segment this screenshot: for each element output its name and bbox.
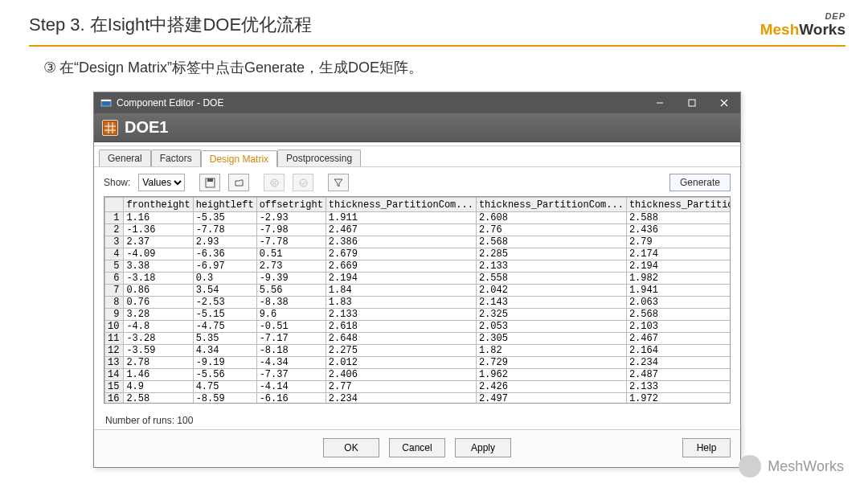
row-header[interactable]: 4 bbox=[105, 248, 124, 260]
table-cell[interactable]: -2.93 bbox=[256, 212, 326, 224]
column-header[interactable]: heightleft bbox=[193, 198, 256, 212]
table-cell[interactable]: -0.51 bbox=[256, 321, 326, 333]
row-header[interactable]: 2 bbox=[105, 224, 124, 236]
tab-postprocessing[interactable]: Postprocessing bbox=[277, 150, 361, 166]
table-cell[interactable]: 2.37 bbox=[124, 236, 193, 248]
table-cell[interactable]: 2.73 bbox=[256, 260, 326, 273]
table-cell[interactable]: 4.75 bbox=[193, 381, 256, 393]
table-cell[interactable]: 2.558 bbox=[476, 273, 626, 285]
open-icon[interactable] bbox=[228, 174, 249, 191]
table-cell[interactable]: -6.16 bbox=[256, 393, 326, 404]
table-cell[interactable]: 2.406 bbox=[326, 369, 476, 381]
table-cell[interactable]: 5.56 bbox=[256, 285, 326, 297]
table-row[interactable]: 70.863.545.561.842.0421.941 bbox=[105, 285, 731, 297]
row-header[interactable]: 12 bbox=[105, 345, 124, 357]
table-row[interactable]: 53.38-6.972.732.6692.1332.194 bbox=[105, 260, 731, 273]
table-cell[interactable]: -9.19 bbox=[193, 357, 256, 369]
table-cell[interactable]: 2.467 bbox=[326, 224, 476, 236]
table-cell[interactable]: -3.28 bbox=[124, 333, 193, 345]
row-header[interactable]: 1 bbox=[105, 212, 124, 224]
table-cell[interactable]: 2.325 bbox=[476, 309, 626, 321]
column-header[interactable]: thickness_PartitionCom... bbox=[476, 198, 626, 212]
table-cell[interactable]: 2.194 bbox=[626, 260, 731, 273]
table-cell[interactable]: -1.36 bbox=[124, 224, 193, 236]
table-cell[interactable]: -3.59 bbox=[124, 345, 193, 357]
table-cell[interactable]: 2.436 bbox=[626, 224, 731, 236]
table-cell[interactable]: -8.59 bbox=[193, 393, 256, 404]
table-cell[interactable]: 1.83 bbox=[326, 297, 476, 309]
table-cell[interactable]: 1.972 bbox=[626, 393, 731, 404]
table-cell[interactable]: 1.82 bbox=[476, 345, 626, 357]
table-cell[interactable]: -4.75 bbox=[193, 321, 256, 333]
row-header[interactable]: 3 bbox=[105, 236, 124, 248]
table-row[interactable]: 32.372.93-7.782.3862.5682.79 bbox=[105, 236, 731, 248]
table-row[interactable]: 141.46-5.56-7.372.4061.9622.487 bbox=[105, 369, 731, 381]
table-cell[interactable]: 2.79 bbox=[626, 236, 731, 248]
table-cell[interactable]: 2.669 bbox=[326, 260, 476, 273]
table-cell[interactable]: 3.38 bbox=[124, 260, 193, 273]
column-header[interactable]: thickness_PartitionCom... bbox=[626, 198, 731, 212]
table-cell[interactable]: 2.133 bbox=[326, 309, 476, 321]
table-cell[interactable]: -4.09 bbox=[124, 248, 193, 260]
filter-icon[interactable] bbox=[328, 174, 349, 191]
table-cell[interactable]: -7.98 bbox=[256, 224, 326, 236]
table-cell[interactable]: 2.275 bbox=[326, 345, 476, 357]
table-cell[interactable]: 0.76 bbox=[124, 297, 193, 309]
table-cell[interactable]: 0.86 bbox=[124, 285, 193, 297]
table-cell[interactable]: 1.941 bbox=[626, 285, 731, 297]
row-header[interactable]: 16 bbox=[105, 393, 124, 404]
minimize-button[interactable] bbox=[644, 92, 676, 113]
table-cell[interactable]: -4.14 bbox=[256, 381, 326, 393]
table-cell[interactable]: -5.35 bbox=[193, 212, 256, 224]
table-cell[interactable]: 2.76 bbox=[476, 224, 626, 236]
table-cell[interactable]: 0.3 bbox=[193, 273, 256, 285]
table-cell[interactable]: -4.8 bbox=[124, 321, 193, 333]
table-cell[interactable]: 2.053 bbox=[476, 321, 626, 333]
table-cell[interactable]: 1.911 bbox=[326, 212, 476, 224]
row-header[interactable]: 5 bbox=[105, 260, 124, 273]
save-icon[interactable] bbox=[199, 174, 220, 191]
table-cell[interactable]: 2.234 bbox=[626, 357, 731, 369]
row-header[interactable]: 10 bbox=[105, 321, 124, 333]
table-cell[interactable]: 2.063 bbox=[626, 297, 731, 309]
table-cell[interactable]: 2.305 bbox=[476, 333, 626, 345]
table-cell[interactable]: 2.133 bbox=[626, 381, 731, 393]
table-cell[interactable]: 2.467 bbox=[626, 333, 731, 345]
table-cell[interactable]: 2.133 bbox=[476, 260, 626, 273]
table-cell[interactable]: 2.78 bbox=[124, 357, 193, 369]
table-cell[interactable]: -7.37 bbox=[256, 369, 326, 381]
table-cell[interactable]: -7.78 bbox=[193, 224, 256, 236]
table-cell[interactable]: 2.426 bbox=[476, 381, 626, 393]
table-cell[interactable]: 2.042 bbox=[476, 285, 626, 297]
tab-general[interactable]: General bbox=[99, 150, 151, 166]
table-cell[interactable]: 2.103 bbox=[626, 321, 731, 333]
tab-factors[interactable]: Factors bbox=[151, 150, 201, 166]
table-cell[interactable]: 1.962 bbox=[476, 369, 626, 381]
table-cell[interactable]: -3.18 bbox=[124, 273, 193, 285]
design-matrix-table[interactable]: frontheightheightleftoffsetrightthicknes… bbox=[104, 196, 731, 404]
table-cell[interactable]: -6.36 bbox=[193, 248, 256, 260]
row-header[interactable]: 15 bbox=[105, 381, 124, 393]
table-row[interactable]: 154.94.75-4.142.772.4262.133 bbox=[105, 381, 731, 393]
table-cell[interactable]: 2.58 bbox=[124, 393, 193, 404]
table-cell[interactable]: 1.982 bbox=[626, 273, 731, 285]
table-cell[interactable]: 2.012 bbox=[326, 357, 476, 369]
column-header[interactable]: frontheight bbox=[124, 198, 193, 212]
table-cell[interactable]: 2.93 bbox=[193, 236, 256, 248]
tab-design-matrix[interactable]: Design Matrix bbox=[201, 150, 277, 167]
table-cell[interactable]: 9.6 bbox=[256, 309, 326, 321]
table-cell[interactable]: 1.46 bbox=[124, 369, 193, 381]
table-cell[interactable]: 2.618 bbox=[326, 321, 476, 333]
row-header[interactable]: 13 bbox=[105, 357, 124, 369]
column-header[interactable]: thickness_PartitionCom... bbox=[326, 198, 476, 212]
table-cell[interactable]: 4.9 bbox=[124, 381, 193, 393]
table-cell[interactable]: -2.53 bbox=[193, 297, 256, 309]
table-cell[interactable]: 1.16 bbox=[124, 212, 193, 224]
table-cell[interactable]: 2.194 bbox=[326, 273, 476, 285]
table-cell[interactable]: 2.143 bbox=[476, 297, 626, 309]
table-row[interactable]: 11.16-5.35-2.931.9112.6082.588 bbox=[105, 212, 731, 224]
generate-button[interactable]: Generate bbox=[669, 174, 731, 191]
row-header[interactable]: 14 bbox=[105, 369, 124, 381]
column-header[interactable]: offsetright bbox=[256, 198, 326, 212]
table-row[interactable]: 10-4.8-4.75-0.512.6182.0532.103 bbox=[105, 321, 731, 333]
